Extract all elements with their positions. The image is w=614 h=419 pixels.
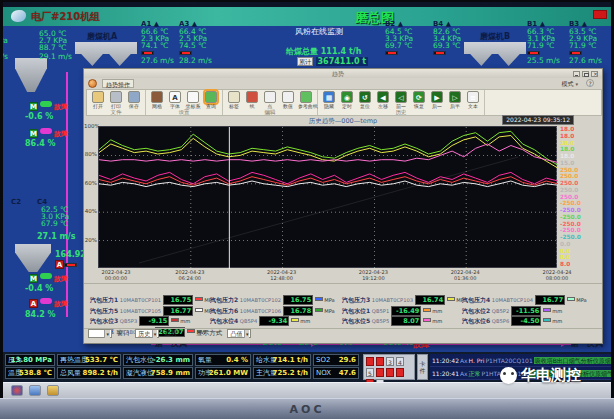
trend-plot[interactable] [98, 126, 557, 268]
toolbar-icon [300, 91, 312, 103]
legend-pen-汽包压力3[interactable]: 汽包压力3 10MABT0CP10316.74MPa [342, 287, 467, 297]
close-icon[interactable] [591, 71, 598, 77]
watermark-text: 华电测控 [521, 366, 581, 385]
window-combo[interactable]: 历史 [135, 329, 159, 338]
ribbon-button-左移[interactable]: ◀左移 [374, 91, 392, 109]
display-mode-combo[interactable]: 凸值 [227, 329, 251, 338]
legend-pen-汽包水位5[interactable]: 汽包水位5 QB5P58.07mm [342, 308, 442, 318]
ribbon-button-打开[interactable]: 打开 [89, 91, 107, 109]
corner-alarm-icon[interactable] [593, 10, 607, 19]
taskbar-app1-icon[interactable] [11, 385, 23, 396]
pen-name: 汽包水位5 [342, 317, 370, 324]
alarm-square[interactable]: 3 [386, 357, 394, 366]
ribbon-button-后半[interactable]: ▷后半 [446, 91, 464, 109]
toolbar-icon [246, 91, 258, 103]
alarm-square[interactable] [376, 357, 384, 366]
status-value: 47.6 [339, 368, 356, 378]
coal-cumulative: 累计 367411.0 t [297, 57, 368, 67]
ribbon-button-保存[interactable]: 保存 [125, 91, 143, 109]
legend-pen-汽包压力4[interactable]: 汽包压力4 10MABT0CP10416.77MPa [462, 287, 587, 297]
ribbon-button-后一[interactable]: ▶后一 [428, 91, 446, 109]
ribbon-button-前一[interactable]: ◁前一 [392, 91, 410, 109]
ribbon-button-label: 保存 [126, 103, 142, 108]
tab-trend-operation[interactable]: 趋势操作 [102, 79, 134, 88]
ribbon-button-恢复[interactable]: ⟳恢复 [410, 91, 428, 109]
feeder-a[interactable]: A故障 [29, 298, 68, 309]
damper-m2[interactable]: M故障 [29, 128, 68, 139]
legend-pen-汽包压力2[interactable]: 汽包压力2 10MABT0CP10216.75MPa [210, 287, 335, 297]
sensor-speed: 7 m/s [3, 53, 33, 60]
ribbon-button-点[interactable]: 点 [261, 91, 279, 109]
log-message: 吸收塔B出口烟气分析仪原烟气 [534, 357, 611, 364]
ribbon-button-坐标系[interactable]: 坐标系 [184, 91, 202, 109]
alarm-square[interactable]: 5 [366, 368, 374, 377]
status-pill [40, 101, 52, 107]
alarm-square[interactable]: 4 [396, 357, 404, 366]
alarm-chip [433, 51, 446, 55]
x-tick: 2022-04-2312:48:00 [254, 270, 310, 281]
ribbon-button-标签[interactable]: 标签 [225, 91, 243, 109]
ribbon-button-复位[interactable]: ↺复位 [356, 91, 374, 109]
fault-label: 故障 [54, 275, 68, 283]
legend-pen-发电功率[interactable]: 发电功率 10CAB01TQ01262.07MW [90, 319, 206, 329]
trend-legend: 汽包压力1 10MABT0CP10116.75MPa汽包压力5 10MABT0C… [84, 283, 602, 327]
alarm-square[interactable] [386, 368, 394, 377]
ribbon-button-线[interactable]: 线 [243, 91, 261, 109]
watermark: 华电测控 [500, 366, 581, 385]
sensor-speed: 25.5 m/s [527, 57, 573, 64]
feeder-alarm[interactable]: A [55, 260, 77, 269]
ribbon-button-隐藏[interactable]: ▦隐藏 [320, 91, 338, 109]
x-tick: 2022-04-2319:12:00 [345, 270, 401, 281]
damper-m1[interactable]: M故障 [29, 101, 68, 112]
alarm-square[interactable] [376, 368, 384, 377]
sensor-t2: 69.7 ℃ [385, 42, 431, 49]
legend-pen-汽包水位1[interactable]: 汽包水位1 QB5P1-16.49mm [342, 298, 442, 308]
legend-pen-汽包水位4[interactable]: 汽包水位4 QB5P4-9.34mm [210, 308, 310, 318]
ribbon-button-label: 后一 [429, 103, 445, 108]
ribbon-button-查询[interactable]: 查询 [202, 91, 220, 109]
right-scale-value: 18.0 [560, 126, 600, 133]
legend-pen-汽包水位6[interactable]: 汽包水位6 QB5P6-4.50mm [462, 308, 562, 318]
ribbon-button-数值[interactable]: 数值 [279, 91, 297, 109]
ribbon-button-定时[interactable]: ◉定时 [338, 91, 356, 109]
damper-m2-value: 86.4 % [25, 139, 56, 148]
pen-tag: QB5P4 [238, 318, 257, 324]
pen-value: 8.07 [391, 316, 421, 326]
app-logo-icon[interactable] [88, 79, 97, 88]
card-label[interactable]: 卡件 [417, 354, 428, 380]
ribbon-button-文本[interactable]: ≡文本 [464, 91, 482, 109]
status-总风量: 总风量898.2 t/h [57, 367, 121, 379]
mimic-titlebar: 电厂#210机组 磨总图 [3, 7, 611, 26]
ribbon-button-打印[interactable]: 打印 [107, 91, 125, 109]
taskbar-app3-icon[interactable] [47, 385, 59, 396]
fault-label: 故障 [54, 130, 68, 138]
ribbon-button-label: 参考曲线 [298, 103, 314, 108]
alarm-square[interactable] [366, 357, 374, 366]
ribbon-button-字体[interactable]: A字体 [166, 91, 184, 109]
ribbon-button-label: 标签 [226, 103, 242, 108]
ribbon-button-网格[interactable]: 网格 [148, 91, 166, 109]
minimize-icon[interactable] [573, 71, 580, 77]
chart-header: 历史趋势—000—temp 2022-04-23 09:35:12 [84, 117, 602, 126]
pen-combo[interactable] [88, 329, 112, 338]
alarm-square[interactable] [396, 368, 404, 377]
m-box: M [29, 274, 38, 283]
status-pill [40, 298, 52, 304]
legend-pen-汽包水位2[interactable]: 汽包水位2 QB5P2-11.56mm [462, 298, 562, 308]
trend-window-titlebar[interactable]: 趋势 [84, 69, 602, 78]
legend-pen-汽包压力6[interactable]: 汽包压力6 10MABT0CP10616.78MPa [210, 298, 335, 308]
right-scale-value: -250.0 [560, 207, 600, 214]
sensor-speed: 28.2 m/s [179, 57, 225, 64]
legend-pen-汽包水位3[interactable]: 汽包水位3 QB5P3-9.15mm [90, 308, 190, 318]
help-icon[interactable] [586, 79, 594, 87]
m-box: M [29, 129, 38, 138]
ribbon-button-参考曲线[interactable]: 参考曲线 [297, 91, 315, 109]
legend-pen-汽包压力5[interactable]: 汽包压力5 10MABT0CP10516.77MPa [90, 298, 215, 308]
maximize-icon[interactable] [582, 71, 589, 77]
sensor-column-B3: B3 ▲63.5 ℃2.9 KPa71.9 ℃27.6 m/s [569, 21, 611, 64]
legend-pen-汽包压力1[interactable]: 汽包压力1 10MABT0CP10116.75MPa [90, 287, 215, 297]
taskbar-app2-icon[interactable] [29, 385, 41, 396]
damper-m3[interactable]: M故障 [29, 273, 68, 284]
ribbon-button-label: 定时 [339, 103, 355, 108]
mode-dropdown[interactable]: 模式 [561, 79, 578, 88]
